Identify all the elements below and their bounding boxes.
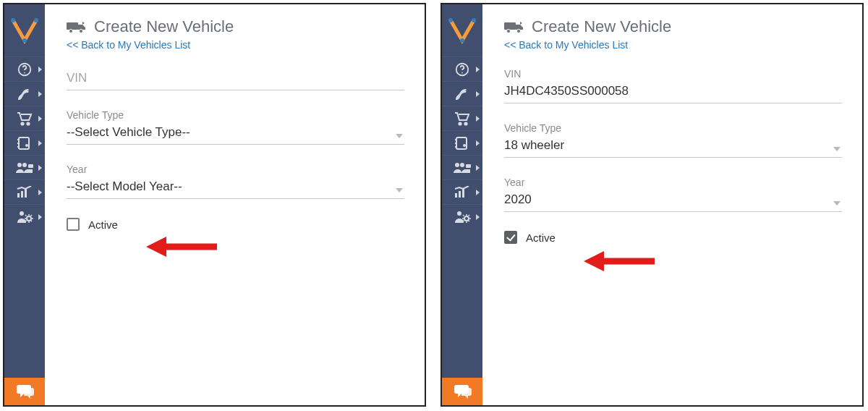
- admin-icon: [16, 210, 33, 224]
- active-row: Active: [504, 231, 842, 244]
- svg-rect-10: [17, 143, 20, 144]
- svg-rect-36: [455, 146, 457, 148]
- chevron-right-icon: [476, 165, 480, 171]
- chevron-right-icon: [38, 190, 42, 195]
- svg-point-27: [460, 38, 464, 43]
- svg-point-5: [21, 122, 23, 124]
- chevron-right-icon: [476, 116, 480, 122]
- nav-team[interactable]: [4, 155, 45, 179]
- brand-logo[interactable]: [442, 4, 482, 56]
- chevron-right-icon: [476, 214, 480, 220]
- back-link[interactable]: << Back to My Vehicles List: [504, 39, 842, 51]
- svg-rect-17: [25, 189, 27, 198]
- svg-point-25: [448, 18, 453, 22]
- cart-icon: [16, 111, 33, 126]
- svg-point-46: [507, 30, 511, 33]
- svg-point-30: [459, 122, 461, 124]
- routes-icon: [16, 87, 33, 101]
- nav-analytics[interactable]: [442, 179, 482, 204]
- form-area: Create New Vehicle << Back to My Vehicle…: [45, 4, 425, 405]
- nav-team[interactable]: [442, 155, 482, 179]
- nav-routes[interactable]: [442, 81, 482, 106]
- chevron-right-icon: [476, 190, 480, 195]
- vin-input[interactable]: [67, 68, 404, 90]
- nav-help[interactable]: [442, 56, 482, 81]
- addressbook-icon: [454, 136, 470, 151]
- panel-filled-form: Create New Vehicle << Back to My Vehicle…: [441, 3, 864, 407]
- year-select[interactable]: [504, 190, 842, 212]
- cart-icon: [454, 111, 471, 126]
- admin-icon: [454, 210, 471, 224]
- svg-point-2: [22, 38, 27, 43]
- addressbook-icon: [17, 136, 33, 151]
- nav-analytics[interactable]: [4, 179, 45, 204]
- svg-point-22: [80, 30, 83, 33]
- nav-admin[interactable]: [4, 204, 45, 229]
- truck-icon: [504, 20, 524, 34]
- chevron-right-icon: [38, 140, 42, 146]
- chevron-right-icon: [38, 165, 42, 171]
- vehicle-type-select[interactable]: [67, 122, 404, 145]
- svg-rect-9: [17, 139, 20, 140]
- nav-admin[interactable]: [442, 204, 482, 229]
- svg-rect-20: [67, 22, 78, 30]
- nav-routes[interactable]: [4, 81, 45, 106]
- chevron-right-icon: [476, 140, 480, 146]
- nav-addressbook[interactable]: [442, 130, 482, 155]
- help-icon: [17, 62, 33, 77]
- svg-rect-32: [456, 137, 467, 149]
- nav-cart[interactable]: [4, 106, 45, 130]
- vehicle-type-label: Vehicle Type: [67, 109, 404, 121]
- analytics-icon: [16, 186, 33, 199]
- svg-point-21: [69, 30, 73, 33]
- nav: [4, 56, 45, 229]
- vin-input[interactable]: [504, 81, 842, 103]
- year-label: Year: [67, 164, 404, 175]
- svg-rect-45: [504, 22, 516, 30]
- chevron-right-icon: [476, 91, 480, 97]
- page-title: Create New Vehicle: [94, 17, 234, 36]
- svg-point-0: [11, 18, 15, 22]
- svg-rect-42: [462, 189, 464, 198]
- help-icon: [454, 62, 470, 77]
- active-checkbox[interactable]: [67, 218, 80, 231]
- chevron-right-icon: [476, 67, 480, 72]
- panel-empty-form: Create New Vehicle << Back to My Vehicle…: [3, 3, 426, 407]
- team-icon: [15, 161, 34, 174]
- nav-addressbook[interactable]: [4, 130, 45, 155]
- year-field: Year: [67, 164, 404, 199]
- svg-rect-40: [455, 193, 457, 198]
- chevron-right-icon: [38, 116, 42, 122]
- brand-logo[interactable]: [4, 4, 45, 56]
- vehicle-type-select[interactable]: [504, 135, 842, 158]
- svg-rect-11: [17, 146, 20, 148]
- active-checkbox[interactable]: [504, 231, 517, 244]
- svg-rect-15: [17, 193, 20, 198]
- svg-point-33: [463, 144, 466, 147]
- vehicle-type-field: Vehicle Type: [67, 109, 404, 145]
- svg-point-4: [24, 72, 25, 73]
- sidebar: [442, 4, 482, 405]
- page-title: Create New Vehicle: [532, 17, 671, 36]
- vehicle-type-label: Vehicle Type: [504, 122, 842, 134]
- svg-point-8: [25, 144, 28, 147]
- svg-point-1: [34, 18, 38, 22]
- year-select[interactable]: [67, 177, 404, 199]
- chat-button[interactable]: [442, 378, 482, 405]
- svg-rect-41: [459, 191, 461, 198]
- chat-button[interactable]: [4, 378, 45, 405]
- vin-field: [67, 68, 404, 90]
- nav-cart[interactable]: [442, 106, 482, 130]
- svg-rect-34: [455, 139, 457, 140]
- chevron-right-icon: [38, 214, 42, 220]
- nav-help[interactable]: [4, 56, 45, 81]
- svg-point-29: [461, 72, 463, 73]
- active-label: Active: [526, 232, 556, 244]
- svg-point-43: [457, 211, 461, 216]
- svg-point-47: [517, 30, 521, 33]
- year-label: Year: [504, 177, 842, 188]
- svg-rect-7: [19, 137, 29, 149]
- vin-field: VIN: [504, 68, 842, 103]
- back-link[interactable]: << Back to My Vehicles List: [67, 39, 404, 51]
- nav: [442, 56, 482, 229]
